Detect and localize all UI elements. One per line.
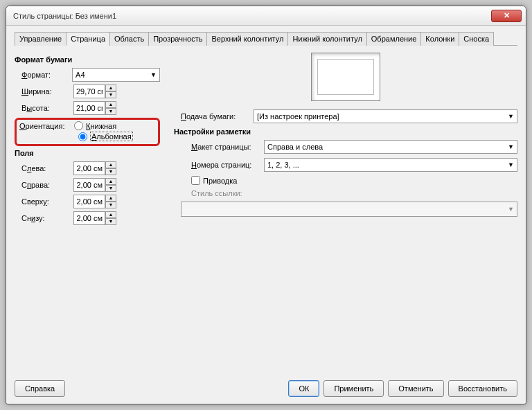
close-icon: ✕ bbox=[504, 11, 510, 20]
left-down[interactable]: ▼ bbox=[105, 168, 116, 175]
page-numbers-combo[interactable]: 1, 2, 3, ... ▼ bbox=[264, 158, 517, 172]
right-down[interactable]: ▼ bbox=[105, 185, 116, 192]
chevron-down-icon: ▼ bbox=[508, 161, 514, 168]
chevron-down-icon: ▼ bbox=[508, 113, 514, 120]
page-numbers-value: 1, 2, 3, ... bbox=[267, 161, 299, 169]
tab-management[interactable]: Управление bbox=[15, 32, 66, 46]
tab-transparency[interactable]: Прозрачность bbox=[148, 32, 207, 46]
button-bar: Справка ОК Применить Отменить Восстанови… bbox=[15, 375, 517, 397]
bottom-margin-label: Снизу: bbox=[21, 214, 73, 222]
page-layout-value: Справа и слева bbox=[267, 143, 323, 151]
register-row: Приводка bbox=[174, 176, 517, 185]
tab-header[interactable]: Верхний колонтитул bbox=[206, 32, 288, 46]
ok-button[interactable]: ОК bbox=[288, 380, 319, 397]
style-row: Стиль ссылки: bbox=[174, 189, 517, 197]
top-margin-label: Сверху: bbox=[21, 197, 73, 206]
right-input[interactable] bbox=[73, 178, 105, 192]
format-combo[interactable]: A4 ▼ bbox=[72, 68, 160, 82]
bottom-up[interactable]: ▲ bbox=[105, 211, 116, 218]
top-margin-row: Сверху: ▲▼ bbox=[15, 195, 160, 208]
width-spinner[interactable]: ▲▼ bbox=[73, 84, 116, 98]
help-button[interactable]: Справка bbox=[15, 380, 65, 397]
top-down[interactable]: ▼ bbox=[105, 202, 116, 208]
page-layout-row: Макет страницы: Справа и слева ▼ bbox=[174, 140, 517, 154]
height-spinner[interactable]: ▲▼ bbox=[73, 101, 116, 115]
right-up[interactable]: ▲ bbox=[105, 178, 116, 185]
width-up[interactable]: ▲ bbox=[105, 84, 116, 91]
register-label: Приводка bbox=[203, 177, 237, 185]
window-title: Стиль страницы: Без имени1 bbox=[13, 12, 491, 20]
cancel-button[interactable]: Отменить bbox=[388, 380, 443, 397]
page-numbers-row: Номера страниц: 1, 2, 3, ... ▼ bbox=[174, 158, 517, 172]
chevron-down-icon: ▼ bbox=[150, 71, 157, 78]
orientation-highlight: Ориентация: Книжная Альбомная bbox=[15, 118, 160, 146]
tab-strip: Управление Страница Область Прозрачность… bbox=[15, 31, 517, 46]
landscape-radio[interactable] bbox=[78, 132, 87, 141]
tab-area[interactable]: Область bbox=[109, 32, 149, 46]
right-margin-row: Справа: ▲▼ bbox=[15, 178, 160, 192]
left-column: Формат бумаги Формат: A4 ▼ Ширина: ▲▼ bbox=[15, 53, 160, 375]
apply-button[interactable]: Применить bbox=[323, 380, 384, 397]
format-value: A4 bbox=[76, 71, 85, 79]
tab-borders[interactable]: Обрамление bbox=[366, 32, 422, 46]
chevron-down-icon: ▼ bbox=[508, 143, 514, 150]
page-layout-combo[interactable]: Справа и слева ▼ bbox=[264, 140, 517, 154]
register-checkbox[interactable] bbox=[191, 176, 200, 185]
chevron-down-icon: ▼ bbox=[508, 206, 514, 213]
top-up[interactable]: ▲ bbox=[105, 195, 116, 202]
left-up[interactable]: ▲ bbox=[105, 161, 116, 168]
page-preview bbox=[311, 53, 380, 101]
orientation-label: Ориентация: bbox=[19, 122, 71, 130]
orientation-row: Ориентация: Книжная bbox=[19, 121, 155, 130]
close-button[interactable]: ✕ bbox=[491, 10, 522, 22]
bottom-input[interactable] bbox=[73, 211, 105, 225]
landscape-label: Альбомная bbox=[90, 132, 133, 141]
width-input[interactable] bbox=[73, 84, 105, 98]
portrait-radio[interactable] bbox=[74, 121, 83, 130]
height-input[interactable] bbox=[73, 101, 105, 115]
page-layout-label: Макет страницы: bbox=[174, 143, 264, 151]
tab-columns[interactable]: Колонки bbox=[420, 32, 459, 46]
paper-feed-combo[interactable]: [Из настроек принтера] ▼ bbox=[254, 109, 517, 123]
portrait-label: Книжная bbox=[86, 122, 116, 130]
left-spinner[interactable]: ▲▼ bbox=[73, 161, 116, 175]
bottom-spinner[interactable]: ▲▼ bbox=[73, 211, 116, 225]
margins-heading: Поля bbox=[15, 149, 160, 157]
titlebar: Стиль страницы: Без имени1 ✕ bbox=[6, 6, 526, 26]
bottom-margin-row: Снизу: ▲▼ bbox=[15, 211, 160, 225]
tab-page[interactable]: Страница bbox=[66, 32, 110, 46]
tab-footnote[interactable]: Сноска bbox=[459, 32, 494, 46]
tab-footer[interactable]: Нижний колонтитул bbox=[287, 32, 366, 46]
width-down[interactable]: ▼ bbox=[105, 91, 116, 98]
height-down[interactable]: ▼ bbox=[105, 108, 116, 115]
height-row: Высота: ▲▼ bbox=[15, 101, 160, 115]
tab-body: Формат бумаги Формат: A4 ▼ Ширина: ▲▼ bbox=[15, 46, 517, 375]
reset-button[interactable]: Восстановить bbox=[448, 380, 517, 397]
layout-heading: Настройки разметки bbox=[174, 127, 517, 136]
top-spinner[interactable]: ▲▼ bbox=[73, 195, 116, 208]
top-input[interactable] bbox=[73, 195, 105, 208]
left-input[interactable] bbox=[73, 161, 105, 175]
right-column: Подача бумаги: [Из настроек принтера] ▼ … bbox=[174, 53, 517, 375]
paper-feed-value: [Из настроек принтера] bbox=[257, 112, 339, 121]
paper-format-heading: Формат бумаги bbox=[15, 55, 160, 64]
left-margin-row: Слева: ▲▼ bbox=[15, 161, 160, 175]
landscape-row: Альбомная bbox=[19, 132, 155, 141]
right-margin-label: Справа: bbox=[21, 181, 73, 189]
width-row: Ширина: ▲▼ bbox=[15, 84, 160, 98]
format-row: Формат: A4 ▼ bbox=[15, 68, 160, 82]
format-label: Формат: bbox=[21, 71, 72, 79]
height-up[interactable]: ▲ bbox=[105, 101, 116, 108]
paper-feed-label: Подача бумаги: bbox=[174, 112, 254, 121]
height-label: Высота: bbox=[21, 104, 73, 112]
dialog-content: Управление Страница Область Прозрачность… bbox=[6, 26, 526, 404]
page-numbers-label: Номера страниц: bbox=[174, 161, 264, 169]
style-label: Стиль ссылки: bbox=[174, 189, 264, 197]
style-combo: ▼ bbox=[181, 202, 517, 217]
left-margin-label: Слева: bbox=[21, 164, 73, 172]
right-spinner[interactable]: ▲▼ bbox=[73, 178, 116, 192]
paper-feed-row: Подача бумаги: [Из настроек принтера] ▼ bbox=[174, 109, 517, 123]
dialog-window: Стиль страницы: Без имени1 ✕ Управление … bbox=[6, 6, 526, 404]
width-label: Ширина: bbox=[21, 87, 73, 96]
bottom-down[interactable]: ▼ bbox=[105, 218, 116, 225]
